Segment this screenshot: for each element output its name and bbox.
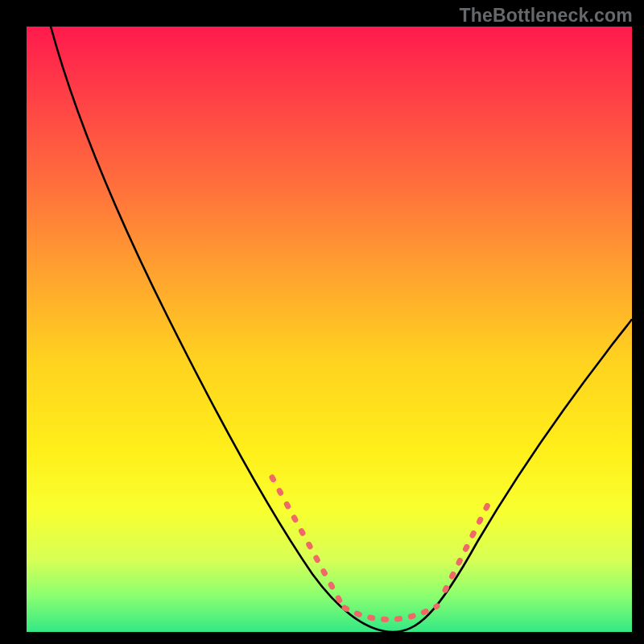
- highlight-dots-right: [445, 502, 489, 590]
- highlight-dots-left: [272, 477, 341, 602]
- chart-plot-area: [27, 27, 632, 632]
- bottleneck-curve-path: [51, 27, 632, 632]
- bottleneck-curve-svg: [27, 27, 632, 632]
- watermark-text: TheBottleneck.com: [459, 5, 633, 27]
- highlight-dots-bottom: [345, 606, 437, 620]
